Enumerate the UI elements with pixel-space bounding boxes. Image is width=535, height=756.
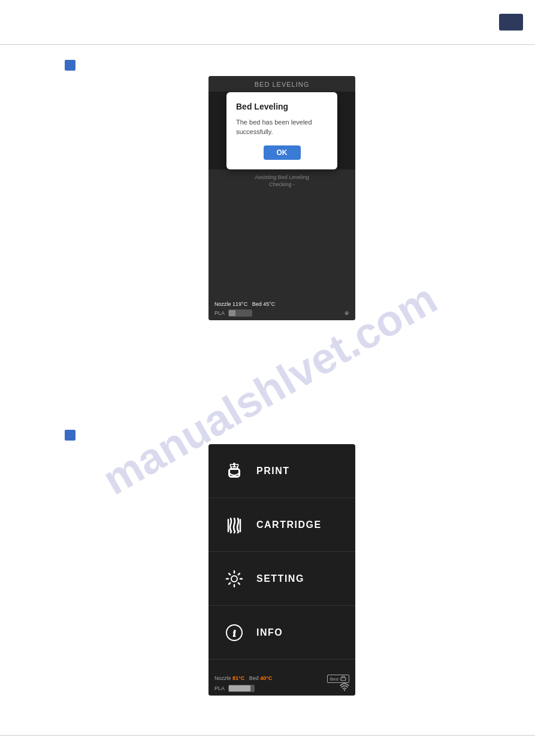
dialog-message: The bed has been leveled successfully. <box>236 117 328 137</box>
cartridge-icon <box>223 515 246 535</box>
svg-point-6 <box>231 576 237 582</box>
screen2-pla-row: PLA <box>214 683 349 693</box>
screen1-temps: Nozzle 119°C Bed 45°C <box>214 301 349 307</box>
bed-badge: Bed <box>327 675 349 683</box>
screen1-bed-leveling: BED LEVELING Bed Leveling The bed has be… <box>208 76 355 320</box>
wifi-icon <box>340 683 349 693</box>
dialog-title: Bed Leveling <box>236 102 328 111</box>
menu-label-cartridge: CARTRIDGE <box>256 520 322 530</box>
screen1-printer-visual: Bed Leveling The bed has been leveled su… <box>208 92 355 169</box>
menu-label-print: PRINT <box>256 466 290 476</box>
screen1-status-line2: Checking - <box>214 181 349 187</box>
gear-icon <box>223 569 246 589</box>
top-bar <box>0 0 535 45</box>
screen1-nozzle-temp: 119°C <box>232 301 247 307</box>
screen1-bottom-bar: Nozzle 119°C Bed 45°C PLA ⊕ <box>208 297 355 320</box>
screen2-pla-label: PLA <box>214 685 225 691</box>
top-right-button[interactable] <box>499 14 523 31</box>
screen1-nozzle-label: Nozzle <box>214 301 231 307</box>
section-marker-1 <box>65 60 75 71</box>
screen1-status-area: Assisting Bed Leveling Checking - <box>208 169 355 193</box>
screen2-bed-label: Bed <box>249 675 259 681</box>
menu-label-info: INFO <box>256 627 283 638</box>
bed-leveling-dialog: Bed Leveling The bed has been leveled su… <box>226 92 337 169</box>
screen1-person-icon: ⊕ <box>344 310 349 316</box>
usb-icon <box>223 461 246 481</box>
screen2-progress-fill <box>229 685 250 691</box>
svg-text:i: i <box>233 629 235 638</box>
bed-badge-label: Bed <box>330 676 338 682</box>
screen1-bed-temp: 45°C <box>263 301 275 307</box>
screen1-status-line1: Assisting Bed Leveling <box>214 174 349 180</box>
screen2-progress-bar <box>228 685 255 692</box>
screen1-bed-label: Bed <box>252 301 262 307</box>
screen2-main-menu: PRINT CARTRIDGE <box>208 444 355 696</box>
menu-item-setting[interactable]: SETTING <box>208 552 355 606</box>
screen2-bed-temp: 40°C <box>260 675 272 681</box>
screen1-pla-row: PLA ⊕ <box>214 309 349 317</box>
screen1-pla-label: PLA <box>214 310 225 316</box>
svg-point-10 <box>344 690 345 691</box>
screen2-bottom-bar: Nozzle 81°C Bed 40°C Bed PLA <box>208 672 355 696</box>
menu-item-cartridge[interactable]: CARTRIDGE <box>208 498 355 552</box>
info-icon: i <box>223 623 246 643</box>
screen1-progress-bar <box>228 309 252 317</box>
svg-line-4 <box>237 464 238 469</box>
dialog-overlay: Bed Leveling The bed has been leveled su… <box>208 92 355 169</box>
screen2-temps: Nozzle 81°C Bed 40°C Bed <box>214 675 349 681</box>
screen1-title: BED LEVELING <box>208 76 355 92</box>
screen2-nozzle-label: Nozzle <box>214 675 231 681</box>
screen1-progress-fill <box>229 310 235 316</box>
svg-line-3 <box>230 464 231 469</box>
svg-rect-9 <box>341 678 346 681</box>
menu-item-info[interactable]: i INFO <box>208 606 355 660</box>
bottom-bar <box>0 735 535 756</box>
section-marker-2 <box>65 430 75 441</box>
menu-item-print[interactable]: PRINT <box>208 444 355 498</box>
menu-label-setting: SETTING <box>256 573 304 584</box>
dialog-ok-button[interactable]: OK <box>264 145 301 160</box>
screen2-nozzle-temp: 81°C <box>232 675 244 681</box>
